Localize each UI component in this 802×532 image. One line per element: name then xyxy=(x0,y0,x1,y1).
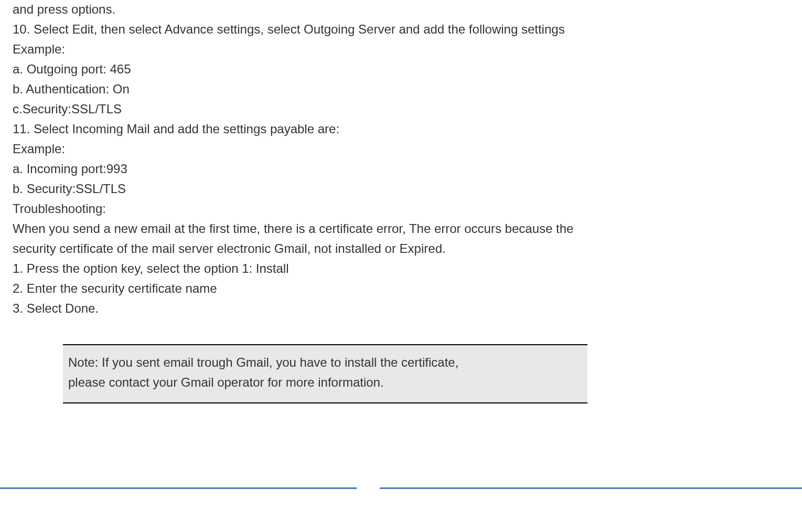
text-line: a. Outgoing port: 465 xyxy=(13,60,789,79)
document-body: and press options. 10. Select Edit, then… xyxy=(13,0,789,318)
text-line: Example: xyxy=(13,140,789,158)
text-line: 2. Enter the security certificate name xyxy=(13,279,789,298)
text-line: Example: xyxy=(13,40,789,59)
note-line: please contact your Gmail operator for m… xyxy=(68,373,582,392)
text-line: 3. Select Done. xyxy=(13,299,789,318)
text-line: c.Security:SSL/TLS xyxy=(13,100,789,119)
text-line: When you send a new email at the first t… xyxy=(13,219,789,238)
text-line: 11. Select Incoming Mail and add the set… xyxy=(13,120,789,139)
text-line: 10. Select Edit, then select Advance set… xyxy=(13,20,789,39)
text-line: and press options. xyxy=(13,0,789,19)
footer-divider-left xyxy=(0,487,357,489)
text-line: b. Authentication: On xyxy=(13,80,789,99)
text-line: security certificate of the mail server … xyxy=(13,239,789,258)
note-line: Note: If you sent email trough Gmail, yo… xyxy=(68,353,582,373)
footer-divider xyxy=(13,487,789,491)
text-line: b. Security:SSL/TLS xyxy=(13,179,789,198)
text-line: Troubleshooting: xyxy=(13,199,789,218)
text-line: a. Incoming port:993 xyxy=(13,159,789,178)
text-line: 1. Press the option key, select the opti… xyxy=(13,259,789,278)
note-callout: Note: If you sent email trough Gmail, yo… xyxy=(63,344,587,403)
footer-divider-right xyxy=(380,487,802,489)
